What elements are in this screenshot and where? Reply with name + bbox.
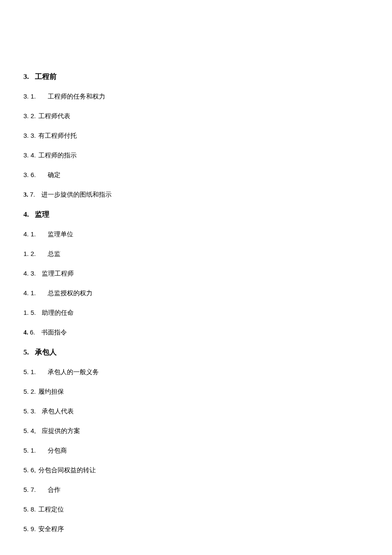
- item-number: 4. 1.: [23, 288, 36, 297]
- toc-item: 5. 9.安全程序: [23, 524, 369, 534]
- item-text: 承包人代表: [42, 408, 74, 415]
- section-number: 3.: [23, 73, 29, 81]
- toc-item: 4. 1.总监授权的权力: [23, 288, 369, 298]
- toc-item: 5. 6,分包合同权益的转让: [23, 465, 369, 475]
- toc-item: 3. 1.工程师的任务和权力: [23, 92, 369, 101]
- section-number: 4.: [23, 210, 29, 218]
- item-number: 5. 9.: [23, 524, 36, 533]
- item-number: 4. 3.: [23, 269, 36, 278]
- item-number: 3. 4.: [23, 151, 36, 160]
- item-text: 工程师的任务和权力: [48, 93, 105, 100]
- section-header-1: 4.监理: [23, 209, 369, 219]
- item-text: 工程师代表: [38, 113, 70, 119]
- item-text: 总监: [48, 250, 61, 257]
- section-title: 工程前: [35, 73, 57, 81]
- toc-item: 5. 4,应提供的方案: [23, 426, 369, 436]
- toc-item: 5. 2.履约担保: [23, 387, 369, 396]
- item-number: 1. 5.: [23, 308, 36, 317]
- section-header-0: 3.工程前: [23, 72, 369, 81]
- toc-item: 5. 1.分包商: [23, 446, 369, 455]
- item-text: 工程师的指示: [38, 152, 77, 159]
- item-number: 4.: [23, 328, 28, 337]
- item-number: 3. 3.: [23, 131, 36, 140]
- toc-item: 4. 3.监理工程师: [23, 269, 369, 278]
- item-number: 5. 8.: [23, 505, 36, 514]
- item-text: 履约担保: [38, 388, 64, 395]
- item-number: 5. 1.: [23, 446, 36, 455]
- toc-item: 4. 6.书面指令: [23, 328, 369, 337]
- item-number: 5. 7.: [23, 485, 36, 494]
- item-text: 应提供的方案: [42, 427, 80, 434]
- item-text: 分包合同权益的转让: [38, 467, 96, 474]
- document-content: 3.工程前3. 1.工程师的任务和权力3. 2.工程师代表3. 3.有工程师付托…: [23, 72, 369, 534]
- toc-item: 5. 1.承包人的一般义务: [23, 367, 369, 377]
- toc-item: 3. 4.工程师的指示: [23, 151, 369, 160]
- item-number: 1. 2.: [23, 249, 36, 258]
- item-text: 有工程师付托: [38, 132, 77, 139]
- item-text: 承包人的一般义务: [48, 369, 99, 375]
- item-number: 5. 3.: [23, 407, 36, 416]
- toc-item: 4. 1.监理单位: [23, 230, 369, 239]
- section-header-2: 5.承包人: [23, 347, 369, 357]
- item-text: 进一步旋供的图纸和指示: [41, 191, 112, 198]
- section-title: 监理: [35, 210, 49, 218]
- item-number-2: 6.: [30, 328, 35, 337]
- item-number: 5. 4,: [23, 426, 36, 435]
- item-number: 3. 2.: [23, 111, 36, 120]
- item-text: 分包商: [48, 447, 67, 454]
- item-number: 5. 6,: [23, 465, 36, 474]
- item-text: 书面指令: [41, 329, 67, 336]
- toc-item: 1. 2.总监: [23, 249, 369, 259]
- item-text: 监理单位: [48, 231, 73, 238]
- item-number-2: 7.: [30, 190, 35, 199]
- toc-item: 5. 7.合作: [23, 485, 369, 494]
- item-text: 工程定位: [38, 506, 64, 513]
- toc-item: 1. 5.助理的任命: [23, 308, 369, 317]
- item-number: 5. 1.: [23, 367, 36, 376]
- item-number: 3.: [23, 190, 28, 199]
- toc-item: 3. 7.进一步旋供的图纸和指示: [23, 190, 369, 199]
- item-number: 3. 1.: [23, 92, 36, 101]
- toc-item: 5. 8.工程定位: [23, 505, 369, 514]
- toc-item: 3. 3.有工程师付托: [23, 131, 369, 140]
- item-text: 安全程序: [38, 526, 64, 532]
- toc-item: 3. 2.工程师代表: [23, 111, 369, 121]
- item-text: 确定: [48, 171, 61, 178]
- item-number: 3. 6.: [23, 170, 36, 179]
- item-text: 总监授权的权力: [48, 290, 92, 296]
- item-text: 合作: [48, 486, 61, 493]
- item-number: 5. 2.: [23, 387, 36, 396]
- item-text: 监理工程师: [42, 270, 74, 277]
- item-text: 助理的任命: [42, 309, 74, 316]
- toc-item: 3. 6.确定: [23, 170, 369, 180]
- toc-item: 5. 3.承包人代表: [23, 407, 369, 416]
- item-number: 4. 1.: [23, 230, 36, 238]
- section-number: 5.: [23, 348, 29, 356]
- section-title: 承包人: [35, 348, 57, 356]
